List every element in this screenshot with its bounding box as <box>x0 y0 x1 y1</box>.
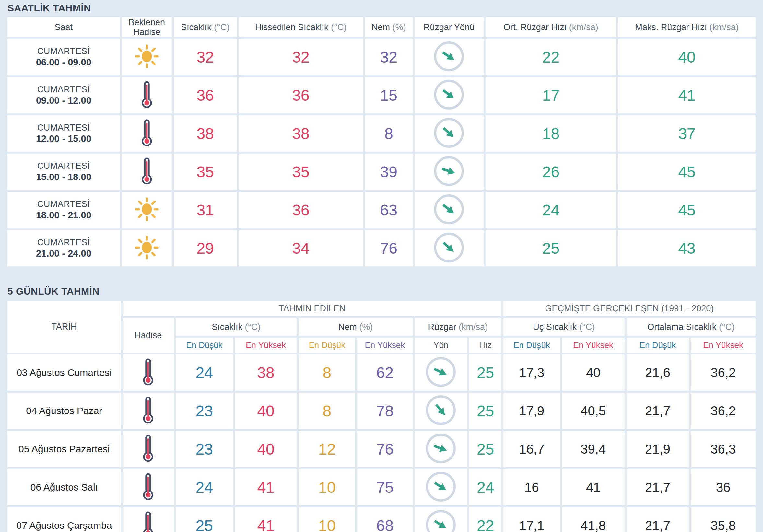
time-range-cell: CUMARTESİ 15.00 - 18.00 <box>7 153 120 190</box>
condition-cell <box>123 469 174 505</box>
day-name: CUMARTESİ <box>7 123 120 133</box>
date-cell: 04 Ağustos Pazar <box>7 393 121 429</box>
feels-like-cell: 32 <box>239 39 363 75</box>
hourly-row: CUMARTESİ 18.00 - 21.00 <box>7 192 756 228</box>
header-extreme-min: En Düşük <box>503 338 560 352</box>
time-range-cell: CUMARTESİ 18.00 - 21.00 <box>7 192 120 228</box>
wind-direction-icon <box>426 510 456 532</box>
feels-like-cell: 35 <box>239 153 363 190</box>
humidity-cell: 15 <box>365 77 413 113</box>
thermometer-icon <box>139 157 154 185</box>
thermometer-icon <box>139 119 154 147</box>
hourly-forecast-title: SAATLİK TAHMİN <box>7 0 756 14</box>
day-name: CUMARTESİ <box>7 46 120 56</box>
wind-speed-cell: 22 <box>469 507 501 532</box>
wind-direction-cell <box>414 192 484 228</box>
temperature-cell: 32 <box>174 39 237 75</box>
average-min-cell: 21,6 <box>626 354 689 391</box>
humidity-max-cell: 76 <box>357 431 412 467</box>
daily-forecast-table-wrap: TARİH TAHMİN EDİLEN GEÇMİŞTE GERÇEKLEŞEN… <box>6 299 757 532</box>
wind-arrow-icon <box>431 115 467 151</box>
temp-max-cell: 41 <box>235 469 297 505</box>
humidity-cell: 32 <box>365 39 413 75</box>
day-name: CUMARTESİ <box>7 85 120 95</box>
subgroup-header-nem: Nem (%) <box>298 318 412 336</box>
subgroup-header-ruzgar: Rüzgar (km/sa) <box>414 318 501 336</box>
temperature-cell: 31 <box>174 192 237 228</box>
column-header-hissedilen: Hissedilen Sıcaklık (°C) <box>239 18 363 37</box>
max-wind-speed-cell: 41 <box>618 77 756 113</box>
wind-direction-cell <box>414 393 468 429</box>
wind-direction-cell <box>414 153 484 190</box>
wind-direction-cell <box>414 230 484 266</box>
temp-max-cell: 40 <box>235 431 297 467</box>
sun-icon <box>135 44 159 68</box>
hourly-forecast-table-wrap: Saat Beklenen Hadise Sıcaklık (°C) Hisse… <box>6 16 757 268</box>
feels-like-cell: 34 <box>239 230 363 266</box>
wind-direction-icon <box>434 118 464 148</box>
wind-direction-cell <box>414 77 484 113</box>
column-header-maks-ruzgar: Maks. Rüzgar Hızı (km/sa) <box>618 18 756 37</box>
thermometer-icon <box>141 396 156 424</box>
humidity-cell: 63 <box>365 192 413 228</box>
humidity-cell: 39 <box>365 153 413 190</box>
column-header-nem: Nem (%) <box>365 18 413 37</box>
header-extreme-max: En Yüksek <box>562 338 625 352</box>
temperature-cell: 38 <box>174 115 237 152</box>
daily-forecast-table: TARİH TAHMİN EDİLEN GEÇMİŞTE GERÇEKLEŞEN… <box>6 299 757 532</box>
humidity-min-cell: 10 <box>298 507 355 532</box>
wind-direction-cell <box>414 354 468 391</box>
subgroup-header-sicaklik: Sıcaklık (°C) <box>176 318 297 336</box>
avg-wind-speed-cell: 18 <box>486 115 616 152</box>
wind-arrow-icon <box>431 192 467 227</box>
wind-arrow-icon <box>431 230 467 265</box>
average-max-cell: 36 <box>691 469 756 505</box>
header-humidity-max: En Yüksek <box>357 338 412 352</box>
wind-arrow-icon <box>423 393 459 428</box>
average-min-cell: 21,9 <box>626 431 689 467</box>
hourly-row: CUMARTESİ 12.00 - 15.00 <box>7 115 756 152</box>
humidity-max-cell: 78 <box>357 393 412 429</box>
wind-direction-icon <box>434 42 464 71</box>
wind-arrow-icon <box>431 77 467 113</box>
extreme-min-cell: 16 <box>503 469 560 505</box>
thermometer-icon <box>141 434 156 463</box>
condition-cell <box>123 431 174 467</box>
condition-cell <box>123 393 174 429</box>
wind-arrow-icon <box>431 39 467 74</box>
wind-direction-icon <box>434 233 464 262</box>
feels-like-cell: 36 <box>239 77 363 113</box>
expected-condition-cell <box>122 77 172 113</box>
avg-wind-speed-cell: 26 <box>486 153 616 190</box>
column-header-saat: Saat <box>7 18 120 37</box>
daily-row: 03 Ağustos Cumartesi <box>7 354 756 391</box>
expected-condition-cell <box>122 115 172 152</box>
average-min-cell: 21,7 <box>626 393 689 429</box>
condition-cell <box>123 354 174 391</box>
subgroup-header-ortalama-sicaklik: Ortalama Sıcaklık (°C) <box>626 318 756 336</box>
sun-icon <box>135 235 159 259</box>
column-header-beklenen-hadise: Beklenen Hadise <box>122 18 172 37</box>
temperature-cell: 35 <box>174 153 237 190</box>
thermometer-icon <box>141 472 156 501</box>
temp-min-cell: 24 <box>176 354 233 391</box>
wind-direction-icon <box>434 80 464 110</box>
feels-like-cell: 36 <box>239 192 363 228</box>
daily-row: 06 Ağustos Salı <box>7 469 756 505</box>
humidity-min-cell: 8 <box>298 354 355 391</box>
time-range-cell: CUMARTESİ 06.00 - 09.00 <box>7 39 120 75</box>
hourly-forecast-table: Saat Beklenen Hadise Sıcaklık (°C) Hisse… <box>6 16 757 268</box>
wind-direction-cell <box>414 115 484 152</box>
temp-min-cell: 23 <box>176 431 233 467</box>
humidity-cell: 76 <box>365 230 413 266</box>
expected-condition-cell <box>122 230 172 266</box>
humidity-cell: 8 <box>365 115 413 152</box>
max-wind-speed-cell: 45 <box>618 153 756 190</box>
wind-direction-icon <box>426 472 456 501</box>
temperature-cell: 36 <box>174 77 237 113</box>
day-name: CUMARTESİ <box>7 161 120 171</box>
header-average-max: En Yüksek <box>691 338 756 352</box>
expected-condition-cell <box>122 39 172 75</box>
thermometer-icon <box>141 511 156 532</box>
daily-header-group-row: TARİH TAHMİN EDİLEN GEÇMİŞTE GERÇEKLEŞEN… <box>7 301 756 316</box>
